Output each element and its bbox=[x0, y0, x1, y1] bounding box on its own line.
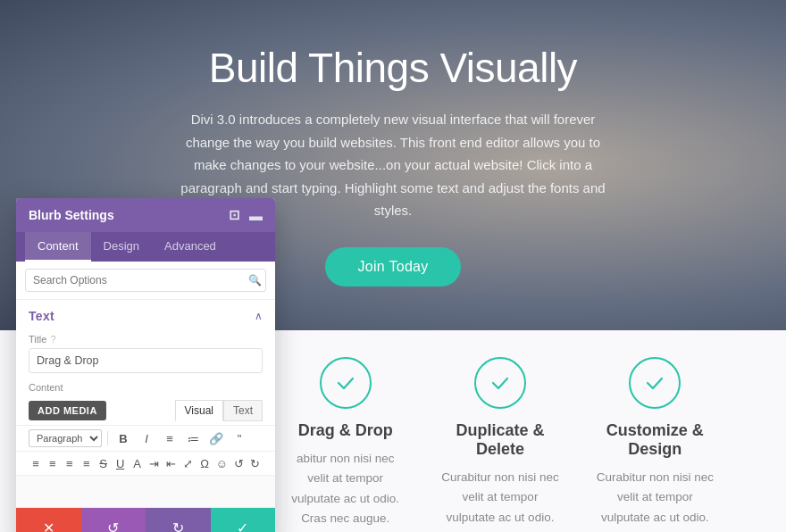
feature-drag-drop-title: Drag & Drop bbox=[298, 421, 393, 440]
align-justify-button[interactable]: ≡ bbox=[79, 454, 94, 472]
feature-customize-design: Customize & Design Curabitur non nisi ne… bbox=[578, 357, 732, 532]
panel-title: Blurb Settings bbox=[29, 208, 114, 222]
text-section-title: Text bbox=[29, 309, 54, 323]
bold-button[interactable]: B bbox=[113, 429, 133, 447]
align-center-button[interactable]: ≡ bbox=[46, 454, 60, 472]
panel-search-bar: 🔍 bbox=[16, 262, 275, 300]
save-button[interactable]: ✓ bbox=[211, 508, 276, 532]
add-media-button[interactable]: ADD MEDIA bbox=[29, 401, 106, 420]
text-tab[interactable]: Text bbox=[223, 400, 263, 421]
visual-tab[interactable]: Visual bbox=[175, 400, 223, 421]
editor-toolbar-row2: ≡ ≡ ≡ ≡ S U A ⇥ ⇤ ⤢ Ω ☺ ↺ ↻ bbox=[16, 452, 275, 476]
emoji-button[interactable]: ☺ bbox=[214, 454, 229, 472]
title-help-icon[interactable]: ? bbox=[50, 334, 55, 345]
feature-customize-design-title: Customize & Design bbox=[596, 421, 715, 459]
feature-duplicate-delete: Duplicate & Delete Curabitur non nisi ne… bbox=[422, 357, 577, 532]
outdent-button[interactable]: ⇤ bbox=[163, 454, 178, 472]
search-input[interactable] bbox=[25, 269, 266, 292]
panel-tabs: Content Design Advanced bbox=[16, 232, 275, 262]
panel-action-bar: ✕ ↺ ↻ ✓ bbox=[16, 508, 275, 532]
tab-advanced[interactable]: Advanced bbox=[152, 232, 229, 262]
hero-title: Build Things Visually bbox=[179, 44, 607, 92]
cancel-icon: ✕ bbox=[43, 520, 54, 533]
feature-duplicate-delete-title: Duplicate & Delete bbox=[440, 421, 559, 459]
panel-fullscreen-icon[interactable]: ⊡ bbox=[229, 207, 240, 223]
italic-button[interactable]: I bbox=[137, 429, 156, 447]
panel-close-icon[interactable]: ▬ bbox=[249, 208, 263, 223]
link-button[interactable]: 🔗 bbox=[206, 429, 226, 447]
undo-button[interactable]: ↺ bbox=[231, 454, 246, 472]
redo-button-toolbar[interactable]: ↻ bbox=[248, 454, 263, 472]
special-char-button[interactable]: Ω bbox=[197, 454, 212, 472]
feature-drag-drop-desc: abitur non nisi nec velit at tempor vulp… bbox=[286, 449, 405, 528]
title-field-label: Title ? bbox=[29, 334, 263, 345]
cancel-button[interactable]: ✕ bbox=[16, 508, 81, 532]
feature-duplicate-delete-desc: Curabitur non nisi nec velit at tempor v… bbox=[440, 468, 559, 532]
fullscreen-button[interactable]: ⤢ bbox=[180, 454, 195, 472]
panel-header: Blurb Settings ⊡ ▬ bbox=[16, 198, 275, 232]
unordered-list-button[interactable]: ≡ bbox=[160, 429, 180, 447]
feature-customize-design-desc: Curabitur non nisi nec velit at tempor v… bbox=[596, 468, 715, 532]
duplicate-delete-icon-circle bbox=[474, 357, 526, 409]
save-icon: ✓ bbox=[237, 520, 248, 533]
title-input[interactable] bbox=[29, 348, 263, 373]
ordered-list-button[interactable]: ≔ bbox=[183, 429, 203, 447]
tab-design[interactable]: Design bbox=[91, 232, 152, 262]
drag-drop-icon-circle bbox=[320, 357, 372, 409]
customize-design-icon-circle bbox=[629, 357, 681, 409]
text-section-header: Text ∧ bbox=[16, 300, 275, 330]
paragraph-select[interactable]: Paragraph bbox=[29, 429, 102, 447]
blockquote-button[interactable]: " bbox=[230, 429, 249, 447]
strikethrough-button[interactable]: S bbox=[96, 454, 111, 472]
panel-header-icons: ⊡ ▬ bbox=[229, 207, 263, 223]
chevron-up-icon[interactable]: ∧ bbox=[255, 310, 263, 322]
editor-toolbar-row1: Paragraph B I ≡ ≔ 🔗 " bbox=[16, 425, 275, 452]
reset-button[interactable]: ↺ bbox=[81, 508, 146, 532]
editor-toolbar-top: ADD MEDIA Visual Text bbox=[16, 396, 275, 425]
visual-text-switcher: Visual Text bbox=[175, 400, 263, 421]
underline-button[interactable]: U bbox=[113, 454, 128, 472]
title-field: Title ? bbox=[16, 330, 275, 380]
editor-content-area[interactable] bbox=[16, 476, 275, 508]
toolbar-divider-1 bbox=[107, 431, 108, 445]
align-right-button[interactable]: ≡ bbox=[63, 454, 77, 472]
redo-button[interactable]: ↻ bbox=[146, 508, 211, 532]
blurb-settings-panel: Blurb Settings ⊡ ▬ Content Design Advanc… bbox=[16, 198, 275, 532]
tab-content[interactable]: Content bbox=[25, 232, 91, 262]
content-label: Content bbox=[16, 380, 275, 396]
reset-icon: ↺ bbox=[107, 520, 119, 533]
indent-button[interactable]: ⇥ bbox=[146, 454, 161, 472]
subscript-button[interactable]: A bbox=[130, 454, 145, 472]
align-left-button[interactable]: ≡ bbox=[29, 454, 43, 472]
feature-drag-drop: Drag & Drop abitur non nisi nec velit at… bbox=[268, 357, 422, 528]
join-today-button[interactable]: Join Today bbox=[325, 247, 460, 287]
redo-icon: ↻ bbox=[172, 520, 184, 533]
